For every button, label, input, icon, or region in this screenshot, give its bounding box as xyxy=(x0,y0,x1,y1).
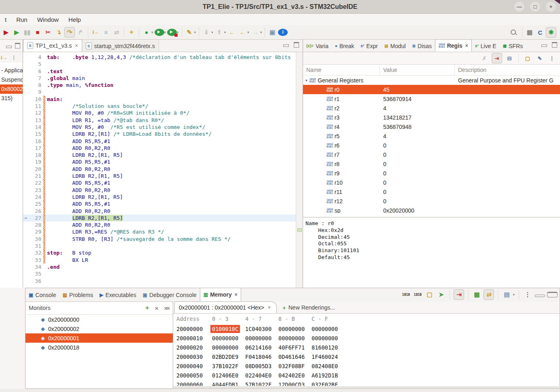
memory-cell[interactable]: 1F460024 xyxy=(308,354,342,360)
memory-cell[interactable]: 02BD2DE9 xyxy=(209,354,242,360)
tab-executables[interactable]: ▶Executables xyxy=(96,289,140,301)
code-line[interactable]: 20 ADD R0,R2,R0 xyxy=(23,166,296,173)
code-line[interactable]: 25 ADD R5,R5,#1 xyxy=(23,200,296,207)
memory-cell[interactable]: 08D005D3 xyxy=(242,363,275,369)
memory-cell[interactable]: 00000000 xyxy=(275,326,308,332)
close-icon[interactable]: × xyxy=(235,292,238,297)
code-line[interactable]: 16 ADD R5,R5,#1 xyxy=(23,138,296,145)
editor-tab-startup_stm32f446retx-s[interactable]: Sstartup_stm32f446retx.s xyxy=(82,40,159,52)
code-line[interactable]: 5 xyxy=(23,61,296,67)
memory-cell[interactable]: 00000000 xyxy=(209,344,242,351)
memory-row[interactable]: 20000060A044FDB157B1022F12D00CD3032F02BF xyxy=(173,380,560,386)
register-row-r10[interactable]: 1010 0101r100 xyxy=(303,178,560,187)
new-memory-view-icon[interactable]: ▢ xyxy=(424,290,434,299)
switch-panes-icon[interactable]: ⇄ xyxy=(484,289,494,300)
disconnect-icon[interactable]: ✂ xyxy=(43,27,53,37)
memory-row[interactable]: 2000004037B1022F08D005D3032F08BF082408E0 xyxy=(173,361,560,371)
register-row-r8[interactable]: 1010 0101r80 xyxy=(303,159,560,169)
profile-icon[interactable] xyxy=(167,29,177,36)
maximize-icon[interactable] xyxy=(15,43,20,48)
editor-tab-tp1_ex1_v3-s[interactable]: STP1_ex1_v3.s× xyxy=(23,39,82,52)
chevron-down-icon[interactable]: ▾ xyxy=(224,30,226,34)
maximize-icon[interactable] xyxy=(294,42,299,48)
memory-cell[interactable]: 082408E0 xyxy=(308,363,342,369)
overview-ruler[interactable] xyxy=(296,52,302,288)
memory-cell[interactable]: 032F02BF xyxy=(308,381,342,386)
monitor-item[interactable]: ◆0x20000000 xyxy=(25,315,173,324)
stop-icon[interactable]: ■ xyxy=(33,27,42,37)
memory-row[interactable]: 200000000100010C1C0403000000000000000000 xyxy=(173,324,560,333)
back-icon[interactable]: ← xyxy=(238,27,247,37)
new-renderings-tab[interactable]: + New Renderings... xyxy=(277,302,341,313)
last-edit-location-icon[interactable]: ← xyxy=(227,27,237,37)
memory-cell[interactable]: A044FDB1 xyxy=(209,381,242,386)
code-line[interactable]: 15 LDRB R2,[R1] /* LDRB=Load 8bits de do… xyxy=(23,131,296,137)
resume-icon[interactable]: ▶ xyxy=(12,27,21,37)
open-perspective-icon[interactable]: ▦ xyxy=(525,27,535,37)
memory-cell[interactable]: 0100010C xyxy=(209,326,242,332)
memory-row[interactable]: 2000001000000000000000000000000000000000 xyxy=(173,333,560,343)
code-line[interactable]: 33 BX LR xyxy=(23,257,296,263)
edit-register-group-icon[interactable]: ✎ xyxy=(535,53,545,63)
debug-tree-item[interactable]: Suspend xyxy=(0,75,23,84)
chevron-down-icon[interactable]: ▾ xyxy=(151,30,153,34)
code-line[interactable]: 30 STRB R0, [R3] /*sauvegarde de la somm… xyxy=(23,236,296,242)
skip-all-breakpoints-icon[interactable]: ≡ xyxy=(101,27,111,37)
upload-icon[interactable]: ⇑ xyxy=(214,27,224,37)
debug-tree-item[interactable]: 0x80002 xyxy=(0,84,23,94)
chevron-down-icon[interactable]: ▾ xyxy=(164,30,166,34)
code-line[interactable]: 29 LDR R3,=RES /*@RES dans R3 */ xyxy=(23,228,296,235)
code-line[interactable]: →27 LDRB R2,[R1, R5] xyxy=(23,215,296,221)
debug-tree[interactable]: - ApplicaSuspend0x80002315) xyxy=(0,63,23,288)
memory-cell[interactable]: 022404E0 xyxy=(242,372,275,379)
close-icon[interactable]: × xyxy=(465,43,468,48)
debug-perspective-icon[interactable]: ✱ xyxy=(546,27,556,38)
code-line[interactable]: 35 xyxy=(23,270,296,277)
tab-live-e[interactable]: x²Live E xyxy=(472,40,500,52)
register-row-r9[interactable]: 1010 0101r90 xyxy=(303,169,560,178)
column-name[interactable]: Name xyxy=(303,65,380,75)
cast-to-type-icon[interactable]: ✗ xyxy=(479,53,489,63)
menu-item-t[interactable]: t xyxy=(0,15,11,24)
new-register-group-icon[interactable]: ▢ xyxy=(523,53,532,63)
code-editor[interactable]: 4tab: .byte 1,12,28,4,3 /*déclaration d'… xyxy=(23,52,296,285)
memory-row[interactable]: 2000003002BD2DE9F04180460D4616461F460024 xyxy=(173,352,560,361)
register-row-r5[interactable]: 1010 0101r54 xyxy=(303,131,560,141)
register-row-r12[interactable]: 1010 0101r120 xyxy=(303,196,560,206)
code-line[interactable]: 24 LDRB R2,[R1, R5] xyxy=(23,194,296,200)
forward-icon[interactable]: → xyxy=(250,27,260,37)
memory-hscrollbar[interactable] xyxy=(173,386,559,388)
step-over-icon[interactable]: ↷ xyxy=(64,27,75,38)
pause-icon[interactable]: ▮▮ xyxy=(22,27,32,37)
register-row-sp[interactable]: 1010 0101sp0x20020000 xyxy=(303,206,560,213)
search-icon[interactable] xyxy=(510,29,520,36)
memory-cell[interactable]: 0D461646 xyxy=(275,354,308,360)
add-monitor-button[interactable]: + xyxy=(145,304,149,312)
code-line[interactable]: 4tab: .byte 1,12,28,4,3 /*déclaration d'… xyxy=(23,54,296,61)
pin-memory-icon[interactable]: ➤ xyxy=(436,290,446,299)
memory-row[interactable]: 20000050012406E0022404E0042402E0A6192D1B xyxy=(173,371,560,380)
close-icon[interactable]: × xyxy=(268,305,271,310)
memory-cell[interactable]: 37B1022F xyxy=(209,363,242,369)
register-row-r6[interactable]: 1010 0101r60 xyxy=(303,141,560,150)
drop-to-frame-icon[interactable]: ⇄ xyxy=(112,27,121,37)
tab-break[interactable]: ●Break xyxy=(332,40,358,52)
memory-cell[interactable]: 00000000 xyxy=(308,335,342,341)
memory-hex-table[interactable]: Address0 - 34 - 78 - BC - F2000000001000… xyxy=(173,314,560,386)
link-with-icon[interactable]: ⇥ xyxy=(492,53,502,63)
menu-item-run[interactable]: Run xyxy=(11,15,32,24)
terminate-relaunch-icon[interactable]: ▶ xyxy=(1,27,11,37)
code-line[interactable]: 22 ADD R5,R5,#1 xyxy=(23,179,296,186)
open-console-icon[interactable]: ▣ xyxy=(267,27,277,37)
close-icon[interactable]: × xyxy=(75,43,78,48)
split-panes-icon[interactable]: ▦ xyxy=(472,290,482,299)
memory-cell[interactable]: 1C040300 xyxy=(242,326,275,332)
register-row-r0[interactable]: 1010 0101r045 xyxy=(303,85,560,94)
remove-all-monitors-button[interactable]: ×× xyxy=(164,305,169,312)
code-line[interactable]: 13 LDR R1, =tab /*@tab dans R0*/ xyxy=(23,117,296,124)
memory-cell[interactable]: 81600120 xyxy=(308,344,342,351)
chevron-down-icon[interactable]: ▾ xyxy=(247,30,249,34)
remove-monitor-button[interactable]: × xyxy=(155,305,159,312)
info-icon[interactable]: i xyxy=(278,29,288,36)
register-row-r3[interactable]: 1010 0101r3134218217 xyxy=(303,113,560,122)
